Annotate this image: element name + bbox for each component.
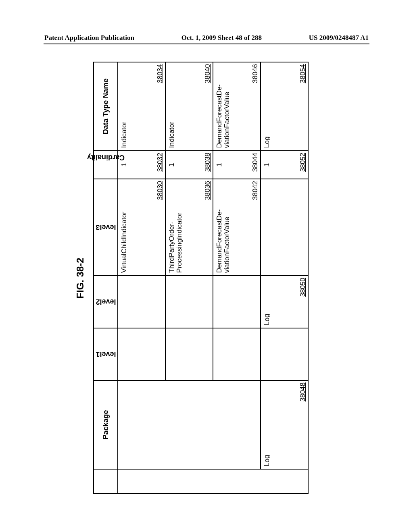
cell-level2 (213, 276, 261, 328)
col-level2: level2 (94, 276, 118, 328)
cell-blank (118, 469, 308, 493)
col-level1: level1 (94, 328, 118, 380)
cell-datatype: Indicator 38040 (165, 62, 213, 151)
header-center: Oct. 1, 2009 Sheet 48 of 288 (181, 34, 262, 42)
cell-datatype: Indicator 38034 (118, 62, 165, 151)
cell-level3: ThirdPartyOrder-ProcessingIndicator 3803… (165, 179, 213, 276)
cell-cardinality: 1 38032 (118, 151, 165, 179)
table-row: VirtualChildIndicator 38030 1 38032 Indi… (118, 62, 165, 493)
table-row: Log 38048 Log 38050 1 38052 Log (261, 62, 308, 493)
cell-level1 (261, 328, 308, 380)
col-package: Package (94, 380, 118, 469)
cell-datatype: DemandForecastDe-viationFactorValue 3804… (213, 62, 261, 151)
cell-level3: VirtualChildIndicator 38030 (118, 179, 165, 276)
cell-level1 (213, 328, 261, 380)
col-level3: level3 (94, 179, 118, 276)
cell-package: Log 38048 (261, 380, 308, 469)
cell-level2: Log 38050 (261, 276, 308, 328)
header-left: Patent Application Publication (44, 34, 134, 42)
header-rule (44, 44, 369, 44)
figure-label: FIG. 38-2 (75, 62, 86, 494)
cell-level3 (261, 179, 308, 276)
cell-level2 (165, 276, 213, 328)
header-right: US 2009/0248487 A1 (309, 34, 369, 42)
cell-level1 (165, 328, 213, 380)
cell-level1 (118, 328, 165, 380)
cell-cardinality: 1 38038 (165, 151, 213, 179)
col-blank (94, 469, 118, 493)
cell-level2 (118, 276, 165, 328)
cell-cardinality: 1 38044 (213, 151, 261, 179)
header-row: Package level1 level2 level3 Cardinality… (94, 62, 118, 493)
data-table: Package level1 level2 level3 Cardinality… (93, 62, 309, 494)
cell-package (118, 380, 261, 469)
cell-datatype: Log 38054 (261, 62, 308, 151)
cell-level3: DemandForecastDe-viationFactorValue 3804… (213, 179, 261, 276)
col-datatype: Data Type Name (94, 62, 118, 151)
figure: FIG. 38-2 Package level1 level2 level3 C… (75, 62, 337, 494)
col-cardinality: Cardinality (94, 151, 118, 179)
cell-cardinality: 1 38052 (261, 151, 308, 179)
page-header: Patent Application Publication Oct. 1, 2… (44, 34, 369, 42)
